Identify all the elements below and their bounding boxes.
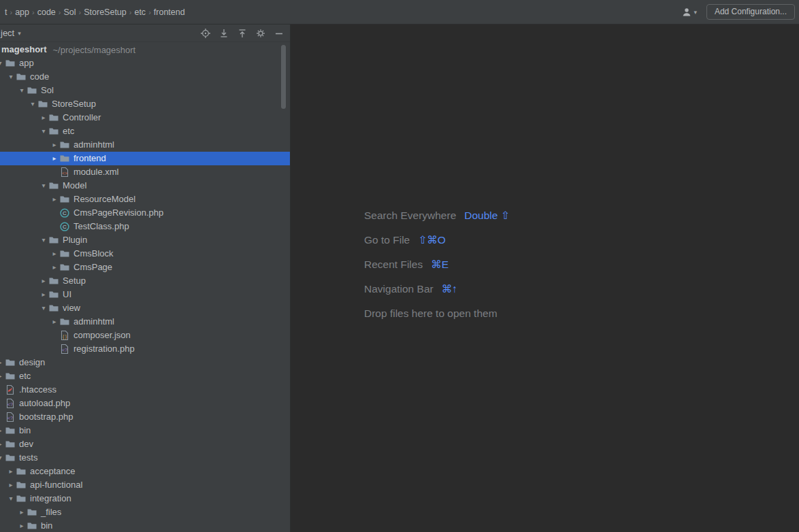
tree-row[interactable]: ▸Controller <box>0 111 290 124</box>
tree-row[interactable]: ▾Model <box>0 179 290 193</box>
tree-row[interactable]: ▾Sol <box>0 84 290 97</box>
tree-row[interactable]: { }composer.json <box>0 329 290 342</box>
tree-row[interactable]: ▸Setup <box>0 274 290 288</box>
chevron-right-icon[interactable]: ▸ <box>50 193 59 206</box>
tree-row[interactable]: <?autoload.php <box>0 397 290 410</box>
locate-icon[interactable] <box>200 28 211 39</box>
breadcrumb-item[interactable]: t <box>1 6 10 18</box>
shortcut-keys: ⌘↑ <box>442 283 457 295</box>
chevron-down-icon[interactable]: ▾ <box>39 179 48 193</box>
tree-row[interactable]: ▸api-functional <box>0 478 290 492</box>
tree-row[interactable]: <?bootstrap.php <box>0 410 290 424</box>
tree-row[interactable]: ▾integration <box>0 492 290 505</box>
panel-actions <box>200 28 284 39</box>
tree-row[interactable]: ▸UI <box>0 288 290 301</box>
chevron-right-icon[interactable]: ▸ <box>17 519 27 532</box>
chevron-right-icon[interactable]: ▸ <box>0 437 5 451</box>
hide-icon[interactable] <box>274 28 284 39</box>
tree-item-label: Plugin <box>63 233 87 247</box>
chevron-right-icon[interactable]: ▸ <box>6 478 16 492</box>
tree-row[interactable]: ▾app <box>0 56 290 70</box>
folder-icon <box>5 371 16 382</box>
tree-row[interactable]: ▾tests <box>0 451 290 465</box>
tree-row[interactable]: CTestClass.php <box>0 220 290 233</box>
breadcrumb-item[interactable]: frontend <box>150 6 189 18</box>
breadcrumb-item[interactable]: code <box>34 6 59 18</box>
chevron-down-icon[interactable]: ▾ <box>6 70 16 84</box>
chevron-down-icon[interactable]: ▾ <box>39 301 48 315</box>
chevron-right-icon[interactable]: ▸ <box>0 356 5 369</box>
tree-row[interactable]: ▸frontend <box>0 152 290 165</box>
shortcut-label: Navigation Bar <box>364 283 434 295</box>
tree-row[interactable]: CCmsPageRevision.php <box>0 206 290 220</box>
chevron-down-icon[interactable]: ▾ <box>17 84 27 97</box>
tree-row[interactable]: ▸_files <box>0 505 290 519</box>
chevron-down-icon[interactable]: ▾ <box>0 56 5 70</box>
tree-row[interactable]: ▸adminhtml <box>0 315 290 329</box>
chevron-right-icon[interactable]: ▸ <box>50 315 59 329</box>
chevron-down-icon[interactable]: ▾ <box>0 451 5 465</box>
chevron-down-icon[interactable]: ▾ <box>28 97 37 111</box>
tree-item-label: CmsBlock <box>74 247 114 261</box>
tree-item-label: Sol <box>41 84 54 97</box>
expand-all-icon[interactable] <box>218 28 229 39</box>
phpclass-icon: C <box>59 207 70 218</box>
tree-row[interactable]: <?registration.php <box>0 342 290 356</box>
tree-row[interactable]: ▾code <box>0 70 290 84</box>
folder-icon <box>5 58 16 69</box>
tree-row[interactable]: ▸dev <box>0 437 290 451</box>
shortcut-keys: ⌘E <box>431 259 449 271</box>
tree-row[interactable]: ▾StoreSetup <box>0 97 290 111</box>
tree-row[interactable]: ▸bin <box>0 424 290 437</box>
add-configuration-button[interactable]: Add Configuration... <box>706 4 795 20</box>
tree-row[interactable]: mageshort~/projects/mageshort <box>0 43 290 56</box>
chevron-right-icon[interactable]: ▸ <box>39 111 48 124</box>
tree-row[interactable]: ▸adminhtml <box>0 138 290 152</box>
folder-icon <box>48 289 59 300</box>
folder-icon <box>59 248 70 259</box>
tree-row[interactable]: .htaccess <box>0 383 290 397</box>
settings-icon[interactable] <box>255 28 266 39</box>
tool-window-title-dropdown[interactable]: ject ▾ <box>0 28 21 38</box>
tree-row[interactable]: ▸design <box>0 356 290 369</box>
chevron-right-icon[interactable]: ▸ <box>0 369 5 383</box>
project-tool-window: ject ▾ mageshort~/projects/mageshort▾app… <box>0 24 291 532</box>
tree-row[interactable]: ▸bin <box>0 519 290 532</box>
breadcrumb-item[interactable]: Sol <box>60 6 79 18</box>
tree-row[interactable]: ▾view <box>0 301 290 315</box>
chevron-right-icon[interactable]: ▸ <box>39 274 48 288</box>
chevron-down-icon[interactable]: ▾ <box>6 492 16 505</box>
breadcrumb-item[interactable]: etc <box>131 6 149 18</box>
tree-row[interactable]: ▾Plugin <box>0 233 290 247</box>
editor-area[interactable]: Search EverywhereDouble ⇧Go to File⇧⌘ORe… <box>291 24 799 532</box>
breadcrumb-item[interactable]: app <box>12 6 33 18</box>
tree-row[interactable]: ▸CmsPage <box>0 261 290 274</box>
chevron-right-icon[interactable]: ▸ <box>6 465 16 478</box>
breadcrumb-item[interactable]: StoreSetup <box>80 6 130 18</box>
chevron-right-icon[interactable]: ▸ <box>50 247 59 261</box>
collapse-all-icon[interactable] <box>237 28 248 39</box>
chevron-right-icon[interactable]: ▸ <box>50 261 59 274</box>
chevron-right-icon[interactable]: ▸ <box>0 424 5 437</box>
folder-icon <box>27 85 37 96</box>
chevron-right-icon[interactable]: ▸ <box>39 288 48 301</box>
tree-row[interactable]: ▾etc <box>0 124 290 138</box>
chevron-right-icon[interactable]: ▸ <box>50 152 59 165</box>
tree-row[interactable]: <>module.xml <box>0 165 290 179</box>
svg-text:<?: <? <box>62 348 67 352</box>
chevron-down-icon[interactable]: ▾ <box>39 124 48 138</box>
navigation-bar: t›app›code›Sol›StoreSetup›etc›frontend ▾… <box>0 0 799 24</box>
chevron-right-icon[interactable]: ▸ <box>50 138 59 152</box>
tree-item-label: api-functional <box>30 478 82 492</box>
user-menu[interactable]: ▾ <box>681 7 697 18</box>
folder-icon <box>16 71 27 82</box>
tree-item-label: CmsPage <box>74 261 112 274</box>
chevron-down-icon[interactable]: ▾ <box>39 233 48 247</box>
tree-row[interactable]: ▸etc <box>0 369 290 383</box>
tree-row[interactable]: ▸acceptance <box>0 465 290 478</box>
chevron-right-icon[interactable]: ▸ <box>17 505 27 519</box>
tree-row[interactable]: ▸ResourceModel <box>0 193 290 206</box>
scrollbar-thumb[interactable] <box>281 45 286 109</box>
phpclass-icon: C <box>59 221 70 232</box>
tree-row[interactable]: ▸CmsBlock <box>0 247 290 261</box>
